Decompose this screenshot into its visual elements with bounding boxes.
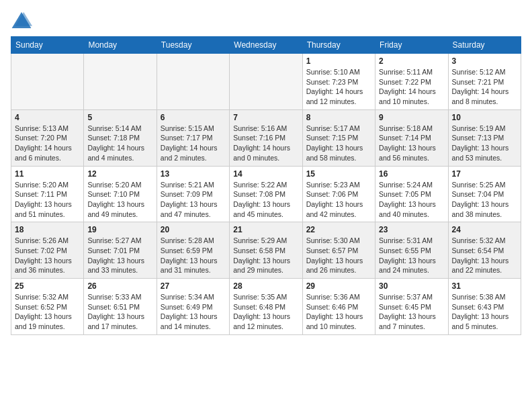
calendar-day-cell: 19Sunrise: 5:27 AMSunset: 7:01 PMDayligh… (84, 222, 157, 279)
day-info: Sunrise: 5:35 AMSunset: 6:48 PMDaylight:… (233, 292, 298, 332)
calendar-day-cell: 23Sunrise: 5:31 AMSunset: 6:55 PMDayligh… (375, 222, 448, 279)
day-number: 17 (452, 169, 517, 179)
day-number: 2 (379, 56, 444, 66)
calendar-day-cell (157, 54, 229, 110)
day-number: 7 (233, 113, 298, 122)
calendar-day-cell: 21Sunrise: 5:29 AMSunset: 6:58 PMDayligh… (230, 222, 302, 279)
day-info: Sunrise: 5:27 AMSunset: 7:01 PMDaylight:… (87, 236, 152, 275)
day-info: Sunrise: 5:23 AMSunset: 7:06 PMDaylight:… (306, 180, 371, 220)
day-header-wednesday: Wednesday (230, 37, 302, 54)
day-number: 22 (306, 225, 371, 234)
day-number: 27 (161, 281, 226, 291)
day-info: Sunrise: 5:30 AMSunset: 6:57 PMDaylight:… (306, 236, 371, 275)
day-info: Sunrise: 5:20 AMSunset: 7:10 PMDaylight:… (87, 180, 152, 220)
calendar-day-cell: 26Sunrise: 5:33 AMSunset: 6:51 PMDayligh… (84, 279, 157, 335)
calendar-day-cell: 7Sunrise: 5:16 AMSunset: 7:16 PMDaylight… (230, 109, 302, 166)
day-number: 3 (452, 56, 517, 66)
calendar-day-cell: 1Sunrise: 5:10 AMSunset: 7:23 PMDaylight… (302, 54, 375, 110)
day-number: 26 (87, 281, 152, 291)
day-info: Sunrise: 5:24 AMSunset: 7:05 PMDaylight:… (379, 180, 444, 220)
calendar-day-cell: 16Sunrise: 5:24 AMSunset: 7:05 PMDayligh… (375, 166, 448, 222)
calendar-day-cell: 13Sunrise: 5:21 AMSunset: 7:09 PMDayligh… (157, 166, 229, 222)
day-number: 18 (15, 225, 80, 234)
day-info: Sunrise: 5:12 AMSunset: 7:21 PMDaylight:… (452, 67, 517, 107)
logo (11, 11, 35, 30)
day-number: 8 (306, 113, 371, 122)
day-info: Sunrise: 5:15 AMSunset: 7:17 PMDaylight:… (161, 124, 226, 163)
day-number: 31 (452, 281, 517, 291)
day-number: 19 (87, 225, 152, 234)
calendar-day-cell: 18Sunrise: 5:26 AMSunset: 7:02 PMDayligh… (11, 222, 84, 279)
calendar-day-cell: 27Sunrise: 5:34 AMSunset: 6:49 PMDayligh… (157, 279, 229, 335)
day-info: Sunrise: 5:38 AMSunset: 6:43 PMDaylight:… (452, 292, 517, 332)
day-info: Sunrise: 5:31 AMSunset: 6:55 PMDaylight:… (379, 236, 444, 275)
calendar-day-cell: 24Sunrise: 5:32 AMSunset: 6:54 PMDayligh… (448, 222, 521, 279)
day-number: 25 (15, 281, 80, 291)
calendar-day-cell: 11Sunrise: 5:20 AMSunset: 7:11 PMDayligh… (11, 166, 84, 222)
day-info: Sunrise: 5:18 AMSunset: 7:14 PMDaylight:… (379, 124, 444, 163)
day-info: Sunrise: 5:33 AMSunset: 6:51 PMDaylight:… (87, 292, 152, 332)
calendar-week-row: 1Sunrise: 5:10 AMSunset: 7:23 PMDaylight… (11, 54, 521, 110)
page-header (11, 11, 521, 30)
calendar-day-cell: 2Sunrise: 5:11 AMSunset: 7:22 PMDaylight… (375, 54, 448, 110)
day-header-friday: Friday (375, 37, 448, 54)
day-number: 15 (306, 169, 371, 179)
logo-icon (11, 11, 32, 30)
day-number: 10 (452, 113, 517, 122)
day-header-tuesday: Tuesday (157, 37, 229, 54)
calendar-week-row: 11Sunrise: 5:20 AMSunset: 7:11 PMDayligh… (11, 166, 521, 222)
calendar-week-row: 18Sunrise: 5:26 AMSunset: 7:02 PMDayligh… (11, 222, 521, 279)
calendar-day-cell: 10Sunrise: 5:19 AMSunset: 7:13 PMDayligh… (448, 109, 521, 166)
calendar-day-cell: 14Sunrise: 5:22 AMSunset: 7:08 PMDayligh… (230, 166, 302, 222)
calendar-day-cell: 6Sunrise: 5:15 AMSunset: 7:17 PMDaylight… (157, 109, 229, 166)
calendar-day-cell: 12Sunrise: 5:20 AMSunset: 7:10 PMDayligh… (84, 166, 157, 222)
calendar-day-cell: 8Sunrise: 5:17 AMSunset: 7:15 PMDaylight… (302, 109, 375, 166)
day-info: Sunrise: 5:14 AMSunset: 7:18 PMDaylight:… (87, 124, 152, 163)
calendar-table: SundayMondayTuesdayWednesdayThursdayFrid… (11, 36, 521, 335)
day-info: Sunrise: 5:19 AMSunset: 7:13 PMDaylight:… (452, 124, 517, 163)
calendar-day-cell: 28Sunrise: 5:35 AMSunset: 6:48 PMDayligh… (230, 279, 302, 335)
day-number: 5 (87, 113, 152, 122)
day-info: Sunrise: 5:28 AMSunset: 6:59 PMDaylight:… (161, 236, 226, 275)
day-info: Sunrise: 5:17 AMSunset: 7:15 PMDaylight:… (306, 124, 371, 163)
calendar-week-row: 25Sunrise: 5:32 AMSunset: 6:52 PMDayligh… (11, 279, 521, 335)
calendar-day-cell: 22Sunrise: 5:30 AMSunset: 6:57 PMDayligh… (302, 222, 375, 279)
calendar-day-cell: 9Sunrise: 5:18 AMSunset: 7:14 PMDaylight… (375, 109, 448, 166)
calendar-day-cell: 25Sunrise: 5:32 AMSunset: 6:52 PMDayligh… (11, 279, 84, 335)
day-info: Sunrise: 5:32 AMSunset: 6:54 PMDaylight:… (452, 236, 517, 275)
day-info: Sunrise: 5:29 AMSunset: 6:58 PMDaylight:… (233, 236, 298, 275)
day-number: 13 (161, 169, 226, 179)
day-number: 24 (452, 225, 517, 234)
day-number: 16 (379, 169, 444, 179)
day-number: 14 (233, 169, 298, 179)
day-info: Sunrise: 5:32 AMSunset: 6:52 PMDaylight:… (15, 292, 80, 332)
day-info: Sunrise: 5:36 AMSunset: 6:46 PMDaylight:… (306, 292, 371, 332)
calendar-day-cell (84, 54, 157, 110)
day-info: Sunrise: 5:11 AMSunset: 7:22 PMDaylight:… (379, 67, 444, 107)
day-info: Sunrise: 5:13 AMSunset: 7:20 PMDaylight:… (15, 124, 80, 163)
day-header-monday: Monday (84, 37, 157, 54)
day-info: Sunrise: 5:22 AMSunset: 7:08 PMDaylight:… (233, 180, 298, 220)
calendar-day-cell (11, 54, 84, 110)
day-number: 29 (306, 281, 371, 291)
day-number: 23 (379, 225, 444, 234)
calendar-header-row: SundayMondayTuesdayWednesdayThursdayFrid… (11, 37, 521, 54)
day-header-sunday: Sunday (11, 37, 84, 54)
calendar-day-cell (230, 54, 302, 110)
day-number: 4 (15, 113, 80, 122)
day-number: 6 (161, 113, 226, 122)
day-info: Sunrise: 5:34 AMSunset: 6:49 PMDaylight:… (161, 292, 226, 332)
day-number: 9 (379, 113, 444, 122)
calendar-day-cell: 15Sunrise: 5:23 AMSunset: 7:06 PMDayligh… (302, 166, 375, 222)
calendar-day-cell: 30Sunrise: 5:37 AMSunset: 6:45 PMDayligh… (375, 279, 448, 335)
day-number: 20 (161, 225, 226, 234)
day-number: 12 (87, 169, 152, 179)
calendar-day-cell: 31Sunrise: 5:38 AMSunset: 6:43 PMDayligh… (448, 279, 521, 335)
day-info: Sunrise: 5:16 AMSunset: 7:16 PMDaylight:… (233, 124, 298, 163)
day-number: 30 (379, 281, 444, 291)
calendar-day-cell: 17Sunrise: 5:25 AMSunset: 7:04 PMDayligh… (448, 166, 521, 222)
day-header-thursday: Thursday (302, 37, 375, 54)
day-info: Sunrise: 5:26 AMSunset: 7:02 PMDaylight:… (15, 236, 80, 275)
day-number: 21 (233, 225, 298, 234)
calendar-day-cell: 4Sunrise: 5:13 AMSunset: 7:20 PMDaylight… (11, 109, 84, 166)
